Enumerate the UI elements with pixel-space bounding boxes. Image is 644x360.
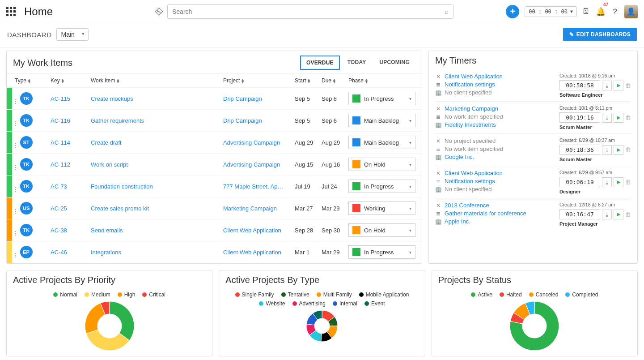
edit-dashboards-button[interactable]: ✎ EDIT DASHBOARDS: [563, 28, 637, 41]
legend-item[interactable]: Mobile Application: [359, 291, 409, 298]
legend-item[interactable]: Multi Family: [317, 291, 352, 298]
project-link[interactable]: Marketing Campaign: [223, 205, 277, 212]
add-button[interactable]: +: [506, 5, 519, 18]
help-icon[interactable]: ？: [611, 6, 619, 17]
play-icon[interactable]: ▶: [614, 113, 623, 123]
drag-handle-icon[interactable]: [15, 209, 17, 214]
tab-overdue[interactable]: OVERDUE: [300, 56, 340, 70]
work-item-link[interactable]: Send emails: [91, 227, 123, 234]
legend-item[interactable]: Canceled: [529, 291, 559, 298]
drag-handle-icon[interactable]: [15, 187, 17, 192]
download-icon[interactable]: ⭳: [602, 81, 612, 90]
legend-item[interactable]: Halted: [500, 291, 522, 298]
work-key-link[interactable]: AC-73: [51, 183, 67, 190]
legend-item[interactable]: High: [118, 291, 136, 298]
phase-select[interactable]: Working: [348, 201, 415, 215]
type-chip[interactable]: US: [20, 202, 33, 214]
trash-icon[interactable]: 🗑: [625, 146, 631, 153]
phase-select[interactable]: On Hold: [348, 158, 415, 171]
project-link[interactable]: Drip Campaign: [223, 117, 262, 124]
legend-item[interactable]: Website: [259, 300, 285, 307]
col-start[interactable]: Start▲▼: [292, 74, 319, 88]
timer-client[interactable]: Google Inc.: [445, 154, 475, 160]
legend-item[interactable]: Completed: [565, 291, 598, 298]
col-project[interactable]: Project▲▼: [220, 74, 292, 88]
work-key-link[interactable]: AC-116: [51, 117, 70, 124]
col-key[interactable]: Key▲▼: [48, 74, 88, 88]
drag-handle-icon[interactable]: [15, 231, 17, 236]
work-item-link[interactable]: Gather requirements: [91, 117, 144, 124]
work-item-link[interactable]: Create draft: [91, 139, 122, 146]
work-key-link[interactable]: AC-38: [51, 227, 67, 234]
legend-item[interactable]: Internal: [333, 300, 357, 307]
legend-item[interactable]: Event: [364, 300, 385, 307]
dashboard-select[interactable]: Main: [56, 28, 89, 41]
type-chip[interactable]: EP: [20, 246, 33, 258]
col-type[interactable]: Type▲▼: [12, 74, 48, 88]
timer-work-item[interactable]: Notification settings: [445, 178, 495, 184]
phase-select[interactable]: In Progress: [348, 180, 415, 193]
play-icon[interactable]: ▶: [614, 145, 623, 155]
play-icon[interactable]: ▶: [614, 210, 623, 219]
search-icon[interactable]: ⌕: [445, 8, 449, 15]
project-link[interactable]: Drip Campaign: [223, 95, 262, 102]
timer-client[interactable]: Apple Inc.: [445, 218, 470, 225]
type-chip[interactable]: TK: [20, 114, 33, 127]
timer-project[interactable]: Marketing Campaign: [445, 105, 498, 112]
notifications-icon[interactable]: 🔔47: [596, 7, 606, 17]
project-link[interactable]: Client Web Application: [223, 227, 281, 234]
trash-icon[interactable]: 🗑: [625, 211, 631, 218]
tab-today[interactable]: TODAY: [342, 56, 372, 70]
drag-handle-icon[interactable]: [15, 253, 17, 257]
trash-icon[interactable]: 🗑: [625, 114, 631, 121]
download-icon[interactable]: ⭳: [602, 145, 612, 155]
drag-handle-icon[interactable]: [15, 165, 17, 170]
key-icon[interactable]: ⚿: [154, 6, 165, 17]
phase-select[interactable]: Main Backlog: [348, 136, 415, 149]
phase-select[interactable]: In Progress: [348, 92, 415, 105]
work-key-link[interactable]: AC-25: [51, 205, 67, 212]
legend-item[interactable]: Critical: [142, 291, 165, 298]
timer-project[interactable]: 2018 Conference: [445, 202, 489, 209]
phase-select[interactable]: In Progress: [348, 245, 415, 259]
timer-work-item[interactable]: Gather materials for conference: [445, 210, 526, 217]
work-item-link[interactable]: Create mockups: [91, 95, 133, 102]
legend-item[interactable]: Advertising: [292, 300, 326, 307]
type-chip[interactable]: ST: [20, 136, 33, 149]
project-link[interactable]: Advertising Campaign: [223, 139, 280, 146]
timer-project[interactable]: Client Web Application: [445, 73, 503, 80]
work-item-link[interactable]: Foundation construction: [91, 183, 153, 190]
type-chip[interactable]: TK: [20, 158, 33, 171]
trash-icon[interactable]: 🗑: [625, 179, 631, 185]
col-work-item[interactable]: Work Item▲▼: [88, 74, 220, 88]
play-icon[interactable]: ▶: [614, 81, 623, 90]
search-box[interactable]: ⌕: [167, 4, 453, 19]
phase-select[interactable]: On Hold: [348, 223, 415, 237]
play-icon[interactable]: ▶: [614, 177, 623, 187]
work-key-link[interactable]: AC-46: [51, 249, 67, 256]
download-icon[interactable]: ⭳: [602, 113, 612, 123]
download-icon[interactable]: ⭳: [602, 177, 612, 187]
drag-handle-icon[interactable]: [15, 143, 17, 148]
type-chip[interactable]: TK: [20, 224, 33, 236]
work-item-link[interactable]: Create sales promo kit: [91, 205, 149, 212]
col-due[interactable]: Due▲▼: [319, 74, 346, 88]
apps-icon[interactable]: [6, 7, 16, 17]
drag-handle-icon[interactable]: [15, 99, 17, 104]
legend-item[interactable]: Medium: [85, 291, 110, 298]
timer-project[interactable]: Client Web Application: [445, 170, 503, 176]
work-key-link[interactable]: AC-115: [51, 95, 70, 102]
calendar-icon[interactable]: 🗓: [582, 7, 590, 16]
legend-item[interactable]: Tentative: [281, 291, 309, 298]
timer-client[interactable]: Fidelity Investments: [445, 121, 496, 128]
timer-work-item[interactable]: Notification settings: [445, 81, 495, 88]
type-chip[interactable]: TK: [20, 180, 33, 193]
avatar[interactable]: 👤: [624, 5, 638, 18]
tab-upcoming[interactable]: UPCOMING: [373, 56, 415, 70]
col-phase[interactable]: Phase▲▼: [346, 74, 422, 88]
trash-icon[interactable]: 🗑: [625, 82, 631, 89]
drag-handle-icon[interactable]: [15, 121, 17, 126]
global-timer[interactable]: 00 : 00 : 00 ▼: [525, 6, 577, 17]
project-link[interactable]: Client Web Application: [223, 249, 281, 256]
work-key-link[interactable]: AC-112: [51, 161, 70, 168]
